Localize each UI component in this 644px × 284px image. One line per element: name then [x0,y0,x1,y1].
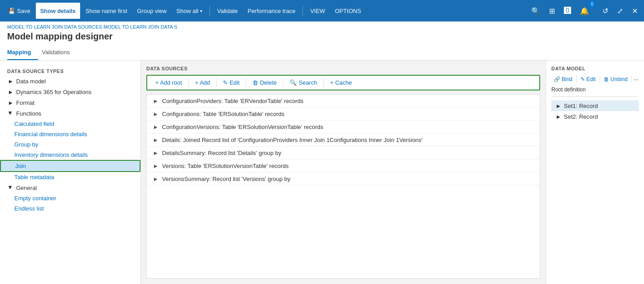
tree-item-financial-dimensions[interactable]: Financial dimensions details [0,129,141,139]
chevron-right-icon: ▶ [152,175,159,182]
breadcrumb: MODEL TO LEARN JOIN DATA SOURCES MODEL T… [0,22,644,30]
office-icon[interactable]: 🅾 [561,4,574,17]
ds-separator-2 [216,78,217,87]
right-panel: DATA MODEL 🔗 Bind ✎ Edit 🗑 Unbind ··· Ro… [546,60,644,284]
ds-item-3[interactable]: ▶ Details: Joined Record list of 'Config… [147,133,540,146]
grid-icon[interactable]: ⊞ [546,4,558,18]
chevron-right-icon: ▶ [152,110,159,117]
view-button[interactable]: VIEW [306,3,329,19]
main-toolbar: 💾 Save Show details Show name first Grou… [0,0,644,22]
tree-item-endless-list[interactable]: Endless list [0,203,141,214]
search-icon: 🔍 [290,79,297,86]
tree-item-empty-container[interactable]: Empty container [0,193,141,203]
expand-icon[interactable]: ⤢ [614,4,626,18]
datasources-list: ▶ ConfigurationProviders: Table 'ERVendo… [146,94,540,279]
tree-item-format[interactable]: ▶ Format [0,97,141,108]
chevron-down-icon: ▶ [7,184,14,191]
add-root-button[interactable]: + Add root [151,77,187,88]
chevron-right-icon: ▶ [7,99,14,106]
ds-item-4[interactable]: ▶ DetailsSummary: Record list 'Details' … [147,146,540,159]
chevron-right-icon: ▶ [555,102,562,109]
chevron-down-icon: ▶ [7,110,14,117]
right-toolbar: 🔗 Bind ✎ Edit 🗑 Unbind ··· [551,75,639,84]
cache-button[interactable]: + Cache [326,77,357,88]
validate-button[interactable]: Validate [213,3,242,19]
options-button[interactable]: OPTIONS [330,3,366,19]
more-options-icon[interactable]: ··· [633,76,639,83]
tree-item-table-metadata[interactable]: Table metadata [0,172,141,182]
edit-ds-button[interactable]: ✎ Edit [218,77,244,88]
ds-separator-5 [324,78,324,87]
tabs-bar: Mapping Validations [0,45,644,60]
toolbar-separator-2 [303,5,303,16]
search-ds-button[interactable]: 🔍 Search [285,77,321,88]
tab-validations[interactable]: Validations [42,45,77,60]
ds-separator-4 [283,78,283,87]
data-model-header: DATA MODEL [551,66,639,71]
notification-area: 🔔 0 [577,4,596,18]
tree-item-dynamics365[interactable]: ▶ Dynamics 365 for Operations [0,86,141,97]
toolbar-separator-1 [209,5,210,16]
ds-item-5[interactable]: ▶ Versions: Table 'ERSolutionVersionTabl… [147,159,540,172]
toolbar-right: 🔍 ⊞ 🅾 🔔 0 ↺ ⤢ ✕ [529,4,640,18]
add-button[interactable]: + Add [191,77,215,88]
tree-item-group-by[interactable]: Group by [0,139,141,150]
tree-item-calculated-field[interactable]: Calculated field [0,119,141,129]
chevron-right-icon: ▶ [152,123,159,130]
ds-item-2[interactable]: ▶ ConfigurationVersions: Table 'ERSoluti… [147,120,540,133]
tab-mapping[interactable]: Mapping [7,45,38,60]
tree-item-data-model[interactable]: ▶ Data model [0,76,141,86]
ds-item-1[interactable]: ▶ Configurations: Table 'ERSolutionTable… [147,108,540,120]
tree-item-general[interactable]: ▶ General [0,182,141,193]
show-details-button[interactable]: Show details [36,3,80,19]
delete-ds-button[interactable]: 🗑 Delete [248,77,281,88]
tree-item-join[interactable]: Join [0,160,141,172]
show-name-first-button[interactable]: Show name first [81,3,132,19]
link-icon: 🔗 [554,76,560,82]
ds-item-6[interactable]: ▶ VersionsSummary: Record list 'Versions… [147,172,540,185]
edit-model-button[interactable]: ✎ Edit [578,75,598,84]
close-icon[interactable]: ✕ [629,4,640,18]
save-button[interactable]: 💾 Save [4,3,35,19]
bind-button[interactable]: 🔗 Bind [551,75,575,84]
chevron-right-icon: ▶ [152,136,159,143]
chevron-right-icon: ▶ [7,77,14,85]
right-tree-item-set1[interactable]: ▶ Set1: Record [551,100,639,111]
save-icon: 💾 [8,8,15,14]
refresh-icon[interactable]: ↺ [600,4,611,18]
show-all-button[interactable]: Show all ▾ [172,3,207,19]
datasource-types-header: DATA SOURCE TYPES [0,66,141,76]
ds-separator-1 [188,78,189,87]
main-content: DATA SOURCE TYPES ▶ Data model ▶ Dynamic… [0,60,644,284]
chevron-right-icon: ▶ [7,88,14,95]
page-title: Model mapping designer [0,30,644,45]
delete-icon: 🗑 [604,76,609,82]
tree-item-inventory-dimensions[interactable]: Inventory dimensions details [0,150,141,160]
left-panel: DATA SOURCE TYPES ▶ Data model ▶ Dynamic… [0,60,141,284]
performance-trace-button[interactable]: Performance trace [243,3,300,19]
chevron-down-icon: ▾ [200,9,202,13]
notification-badge: 0 [588,0,596,9]
middle-panel: DATA SOURCES + Add root + Add ✎ Edit 🗑 D… [141,60,546,284]
tree-item-functions[interactable]: ▶ Functions [0,108,141,119]
edit-icon: ✎ [580,76,585,82]
datasources-header: DATA SOURCES [146,66,540,71]
chevron-right-icon: ▶ [555,113,562,120]
chevron-right-icon: ▶ [152,162,159,169]
unbind-button[interactable]: 🗑 Unbind [601,75,630,84]
root-definition-label: Root definition [551,86,639,97]
search-toolbar-icon[interactable]: 🔍 [529,4,543,18]
ds-item-0[interactable]: ▶ ConfigurationProviders: Table 'ERVendo… [147,95,540,108]
chevron-right-icon: ▶ [152,149,159,156]
group-view-button[interactable]: Group view [132,3,171,19]
ds-separator-3 [246,78,246,87]
chevron-right-icon: ▶ [152,97,159,104]
right-tree-item-set2[interactable]: ▶ Set2: Record [551,111,639,122]
datasources-toolbar: + Add root + Add ✎ Edit 🗑 Delete 🔍 Searc… [146,75,540,90]
